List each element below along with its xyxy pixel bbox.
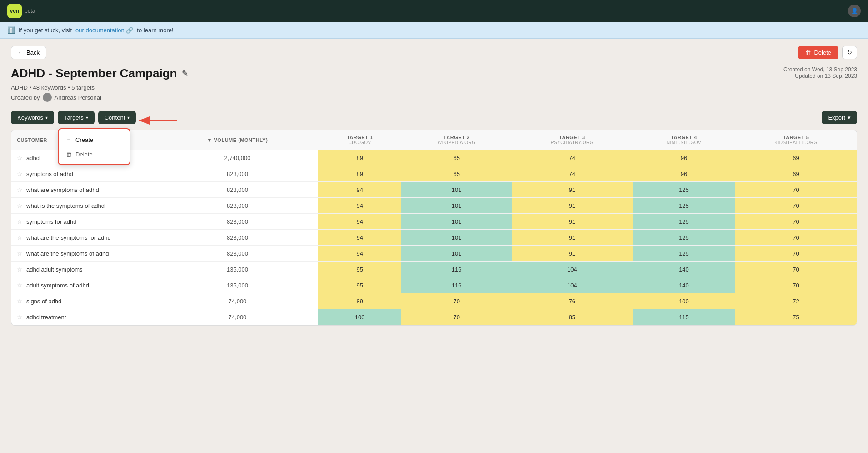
- score-cell-t4: 125: [633, 198, 735, 214]
- volume-cell: 823,000: [157, 214, 318, 230]
- annotation-arrow: [134, 112, 180, 131]
- main-content: ← Back 🗑 Delete ↻ ADHD - September Campa…: [0, 39, 868, 333]
- keyword-text: what are symptoms of adhd: [26, 186, 99, 193]
- star-icon[interactable]: ☆: [17, 218, 23, 225]
- score-cell-t5: 75: [735, 309, 857, 325]
- keyword-cell: ☆ what are the symptoms for adhd: [11, 230, 157, 246]
- score-cell-t3: 91: [512, 230, 633, 246]
- tab-group: Keywords ▾ Targets ▾ ＋ Create 🗑: [11, 111, 136, 124]
- content-tab[interactable]: Content ▾: [98, 111, 136, 124]
- plus-icon: ＋: [66, 136, 72, 144]
- keywords-tab[interactable]: Keywords ▾: [11, 111, 54, 124]
- score-cell-t1: 94: [318, 214, 402, 230]
- score-cell-t5: 72: [735, 293, 857, 309]
- score-cell-t1: 94: [318, 246, 402, 262]
- keyword-text: symptons of adhd: [26, 171, 73, 177]
- star-icon[interactable]: ☆: [17, 313, 23, 321]
- star-icon[interactable]: ☆: [17, 186, 23, 193]
- star-icon[interactable]: ☆: [17, 297, 23, 305]
- volume-cell: 823,000: [157, 166, 318, 182]
- delete-button[interactable]: 🗑 Delete: [798, 46, 838, 59]
- info-icon: ℹ️: [7, 26, 15, 34]
- score-cell-t5: 70: [735, 182, 857, 198]
- created-date: Created on Wed, 13 Sep 2023: [783, 66, 857, 73]
- score-cell-t2: 65: [401, 150, 511, 166]
- edit-title-icon[interactable]: ✎: [182, 69, 188, 78]
- keyword-text: symptoms for adhd: [26, 218, 77, 225]
- targets-tab[interactable]: Targets ▾: [58, 111, 95, 124]
- volume-cell: 2,740,000: [157, 150, 318, 166]
- score-cell-t3: 91: [512, 246, 633, 262]
- keyword-text: adhd adult symptoms: [26, 266, 83, 273]
- score-cell-t5: 70: [735, 230, 857, 246]
- star-icon[interactable]: ☆: [17, 202, 23, 209]
- score-cell-t2: 65: [401, 166, 511, 182]
- score-cell-t1: 95: [318, 262, 402, 277]
- score-cell-t5: 69: [735, 150, 857, 166]
- keyword-cell: ☆ symptons of adhd: [11, 166, 157, 182]
- keyword-cell: ☆ what are the symptoms of adhd: [11, 246, 157, 262]
- keyword-cell: ☆ signs of adhd: [11, 293, 157, 309]
- keywords-table: CUSTOMER ▼ VOLUME (MONTHLY) TARGET 1 CDC…: [11, 130, 857, 325]
- trash-icon: 🗑: [805, 49, 811, 56]
- col-volume: ▼ VOLUME (MONTHLY): [157, 130, 318, 150]
- score-cell-t5: 70: [735, 262, 857, 277]
- score-cell-t1: 94: [318, 230, 402, 246]
- table-row: ☆ adhd adult symptoms 135,00095116104140…: [11, 262, 857, 277]
- score-cell-t4: 140: [633, 277, 735, 293]
- score-cell-t3: 74: [512, 150, 633, 166]
- table-row: ☆ what is the symptoms of adhd 823,00094…: [11, 198, 857, 214]
- star-icon[interactable]: ☆: [17, 154, 23, 161]
- star-icon[interactable]: ☆: [17, 234, 23, 241]
- table-row: ☆ adhd treatment 74,000100708511575: [11, 309, 857, 325]
- score-cell-t2: 101: [401, 214, 511, 230]
- score-cell-t3: 85: [512, 309, 633, 325]
- user-avatar[interactable]: 👤: [848, 5, 861, 17]
- keyword-text: what are the symptoms of adhd: [26, 250, 109, 257]
- score-cell-t4: 96: [633, 150, 735, 166]
- volume-cell: 135,000: [157, 262, 318, 277]
- content-chevron-icon: ▾: [127, 115, 130, 120]
- score-cell-t2: 70: [401, 309, 511, 325]
- info-text-before: If you get stuck, visit: [19, 27, 72, 34]
- score-cell-t4: 125: [633, 230, 735, 246]
- score-cell-t4: 140: [633, 262, 735, 277]
- col-target1: TARGET 1 CDC.GOV: [318, 130, 402, 150]
- score-cell-t2: 116: [401, 277, 511, 293]
- star-icon[interactable]: ☆: [17, 250, 23, 257]
- star-icon[interactable]: ☆: [17, 170, 23, 177]
- score-cell-t1: 89: [318, 293, 402, 309]
- action-buttons: 🗑 Delete ↻: [798, 46, 857, 59]
- campaign-header: ADHD - September Campaign ✎ Created on W…: [11, 66, 857, 81]
- col-target2: TARGET 2 WIKIPEDIA.ORG: [401, 130, 511, 150]
- volume-cell: 823,000: [157, 182, 318, 198]
- score-cell-t5: 70: [735, 277, 857, 293]
- create-target-item[interactable]: ＋ Create: [59, 132, 130, 147]
- trash-small-icon: 🗑: [66, 151, 72, 158]
- logo-area: ven beta: [7, 4, 35, 18]
- back-arrow-icon: ←: [18, 49, 24, 56]
- refresh-button[interactable]: ↻: [842, 46, 857, 59]
- tab-bar: Keywords ▾ Targets ▾ ＋ Create 🗑: [11, 111, 857, 124]
- score-cell-t4: 125: [633, 246, 735, 262]
- refresh-icon: ↻: [847, 49, 852, 56]
- back-button[interactable]: ← Back: [11, 46, 46, 59]
- star-icon[interactable]: ☆: [17, 282, 23, 289]
- keywords-chevron-icon: ▾: [45, 115, 48, 120]
- score-cell-t3: 104: [512, 262, 633, 277]
- score-cell-t2: 70: [401, 293, 511, 309]
- score-cell-t1: 89: [318, 166, 402, 182]
- delete-target-item[interactable]: 🗑 Delete: [59, 147, 130, 161]
- campaign-dates: Created on Wed, 13 Sep 2023 Updated on 1…: [783, 66, 857, 79]
- table-body: ☆ adhd 2,740,0008965749669 ☆ symptons of…: [11, 150, 857, 325]
- star-icon[interactable]: ☆: [17, 266, 23, 273]
- beta-badge: beta: [25, 8, 35, 14]
- documentation-link[interactable]: our documentation 🔗: [75, 27, 133, 34]
- export-button[interactable]: Export ▾: [822, 111, 857, 124]
- navbar: ven beta 👤: [0, 0, 868, 22]
- keyword-cell: ☆ what is the symptoms of adhd: [11, 198, 157, 214]
- score-cell-t5: 69: [735, 166, 857, 182]
- keyword-text: adhd treatment: [26, 314, 66, 321]
- volume-cell: 823,000: [157, 246, 318, 262]
- volume-cell: 823,000: [157, 198, 318, 214]
